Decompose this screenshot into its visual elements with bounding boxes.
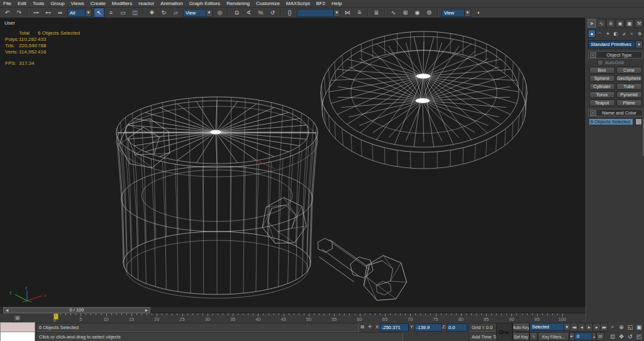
previous-frame-arrow-icon[interactable]: ◀ — [4, 308, 10, 313]
snap-toggle-icon[interactable]: Ω — [231, 8, 242, 18]
tab-utilities-icon[interactable]: ⚒ — [635, 19, 643, 28]
menu-graph-editors[interactable]: Graph Editors — [186, 0, 223, 7]
window-crossing-icon[interactable]: ◫ — [130, 8, 140, 18]
primitive-button-tube[interactable]: Tube — [616, 83, 642, 90]
selection-region-icon[interactable]: ▭ — [118, 8, 128, 18]
category-lights-icon[interactable]: ☀ — [604, 30, 611, 38]
zoom-icon[interactable]: ⌕ — [609, 323, 616, 331]
menu-customize[interactable]: Customize — [253, 0, 283, 7]
category-cameras-icon[interactable]: ◧ — [612, 30, 619, 38]
menu-file[interactable]: File — [0, 0, 14, 7]
pan-icon[interactable]: ✥ — [618, 332, 625, 340]
primitive-button-cylinder[interactable]: Cylinder — [589, 83, 615, 90]
primitive-button-torus[interactable]: Torus — [589, 91, 615, 98]
selection-filter-dropdown[interactable]: All▼ — [67, 9, 92, 17]
primitive-button-box[interactable]: Box — [589, 67, 615, 74]
bind-to-spacewarp-icon[interactable]: ⇛ — [55, 8, 65, 18]
menu-help[interactable]: Help — [328, 0, 345, 7]
select-by-name-icon[interactable]: ≡ — [106, 8, 116, 18]
reference-coordinate-dropdown[interactable]: View▼ — [183, 9, 213, 17]
autogrid-checkbox[interactable] — [597, 60, 603, 65]
category-spacewarps-icon[interactable]: ≈ — [628, 30, 636, 38]
percent-snap-icon[interactable]: % — [255, 8, 266, 18]
unlink-selection-icon[interactable]: ⊷ — [43, 8, 53, 18]
select-and-move-icon[interactable]: ✚ — [147, 8, 157, 18]
y-coordinate-field[interactable]: -139.9 — [414, 323, 442, 332]
material-editor-icon[interactable]: ◉ — [412, 8, 423, 18]
viewport-label[interactable]: User — [4, 20, 15, 26]
category-shapes-icon[interactable]: ◠ — [596, 30, 604, 38]
quick-render-icon[interactable]: ◖ — [473, 8, 484, 18]
zoom-extents-all-icon[interactable]: ▣ — [635, 323, 643, 331]
menu-edit[interactable]: Edit — [14, 0, 30, 7]
primitive-button-teapot[interactable]: Teapot — [589, 99, 615, 106]
menu-reactor[interactable]: reactor — [135, 0, 157, 7]
category-helpers-icon[interactable]: ⊿ — [620, 30, 628, 38]
menu-animation[interactable]: Animation — [157, 0, 186, 7]
auto-key-button[interactable]: Auto Key — [513, 323, 530, 332]
menu-modifiers[interactable]: Modifiers — [109, 0, 135, 7]
menu-create[interactable]: Create — [87, 0, 109, 7]
track-bar[interactable]: ⊞ 0 510152025303540455055606570758085909… — [0, 313, 586, 323]
macro-recorder-field[interactable] — [0, 322, 35, 332]
select-object-icon[interactable]: ↖ — [94, 8, 104, 18]
zoom-all-icon[interactable]: ⊕ — [618, 323, 625, 331]
time-slider-track[interactable]: ◀ 0 / 100 ▶ — [0, 307, 586, 313]
menu-views[interactable]: Views — [68, 0, 87, 7]
zoom-extents-icon[interactable]: ◱ — [626, 323, 634, 331]
menu-tools[interactable]: Tools — [30, 0, 48, 7]
render-setup-icon[interactable]: ⚙ — [424, 8, 435, 18]
edit-named-selections-icon[interactable]: {} — [284, 8, 295, 18]
primitive-button-pyramid[interactable]: Pyramid — [616, 91, 642, 98]
object-type-rollout[interactable]: - Object Type — [588, 51, 643, 59]
open-mini-curve-editor-button[interactable]: ⊞ — [13, 314, 22, 322]
primitive-button-geosphere[interactable]: GeoSphere — [616, 75, 642, 82]
new-keys-curve-icon[interactable]: ∿ — [530, 332, 538, 341]
primitive-category-dropdown[interactable]: Standard Primitives ▼ — [588, 40, 643, 48]
maximize-viewport-icon[interactable]: ◰ — [635, 332, 643, 340]
angle-snap-icon[interactable]: ∢ — [243, 8, 254, 18]
go-to-end-button[interactable]: ▶▶ — [600, 323, 608, 332]
redo-icon[interactable]: ↷ — [14, 8, 25, 18]
create-key-button[interactable] — [496, 323, 513, 341]
frame-spinner[interactable]: ▴▾ — [592, 332, 596, 341]
curve-editor-icon[interactable]: ∿ — [388, 8, 399, 18]
object-color-swatch[interactable] — [635, 118, 642, 125]
absolute-mode-icon[interactable]: ✛ — [367, 323, 373, 331]
next-frame-arrow-icon[interactable]: ▶ — [143, 308, 150, 313]
align-icon[interactable]: ≞ — [354, 8, 365, 18]
x-coordinate-field[interactable]: -250.371 — [380, 323, 409, 332]
key-filters-button[interactable]: Key Filters... — [538, 332, 569, 341]
menu-rendering[interactable]: Rendering — [223, 0, 253, 7]
mirror-icon[interactable]: ⋈ — [342, 8, 353, 18]
key-selection-dropdown[interactable]: Selected ▼ — [530, 323, 570, 331]
spinner-snap-icon[interactable]: ↺ — [267, 8, 278, 18]
primitive-button-plane[interactable]: Plane — [616, 99, 642, 106]
tab-motion-icon[interactable]: ◉ — [616, 19, 625, 28]
time-slider-handle[interactable]: ◀ 0 / 100 ▶ — [3, 307, 150, 313]
menu-maxscript[interactable]: MAXScript — [283, 0, 313, 7]
object-name-field[interactable]: 6 Objects Selected — [589, 118, 633, 125]
tab-hierarchy-icon[interactable]: ⋔ — [606, 19, 615, 28]
select-and-rotate-icon[interactable]: ↻ — [158, 8, 169, 18]
undo-icon[interactable]: ↶ — [2, 8, 13, 18]
named-selection-dropdown[interactable]: ▼ — [297, 9, 340, 17]
tab-modify-icon[interactable]: ∿ — [597, 19, 606, 28]
schematic-view-icon[interactable]: ⊞ — [400, 8, 411, 18]
primitive-button-cone[interactable]: Cone — [616, 67, 642, 74]
use-pivot-center-icon[interactable]: ◎ — [214, 8, 225, 18]
render-type-dropdown[interactable]: View▼ — [441, 9, 471, 17]
select-and-scale-icon[interactable]: ▱ — [170, 8, 181, 18]
selection-lock-icon[interactable]: ⊠ — [359, 323, 365, 331]
time-configuration-button[interactable]: ⊡ — [596, 332, 604, 341]
z-coordinate-field[interactable]: 0.0 — [447, 323, 467, 332]
select-and-link-icon[interactable]: ⊶ — [31, 8, 42, 18]
menu-group[interactable]: Group — [47, 0, 67, 7]
viewport-user[interactable]: zxy User Total 6 Objects Selected Polys:… — [0, 18, 586, 307]
tab-create-icon[interactable]: ➤ — [587, 19, 596, 28]
set-key-button[interactable]: Set Key — [513, 332, 530, 341]
primitive-button-sphere[interactable]: Sphere — [589, 75, 615, 82]
region-zoom-icon[interactable]: ⊡ — [609, 332, 616, 340]
maxscript-listener-field[interactable] — [0, 332, 35, 341]
menu-bf2[interactable]: BF2 — [313, 0, 329, 7]
